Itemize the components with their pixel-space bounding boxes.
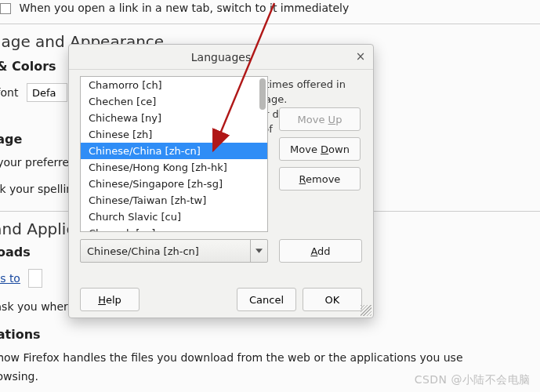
scrollbar-thumb[interactable] <box>259 78 266 110</box>
default-font-label: Default font <box>0 86 18 99</box>
list-item[interactable]: Chinese/China [zh-cn] <box>81 143 267 159</box>
language-listbox[interactable]: Chamorro [ch]Chechen [ce]Chichewa [ny]Ch… <box>80 76 268 232</box>
save-files-path-input[interactable] <box>28 269 42 288</box>
cancel-button[interactable]: Cancel <box>237 288 296 311</box>
dialog-title: Languages <box>191 51 251 64</box>
watermark-text: CSDN @小陆不会电脑 <box>415 373 531 387</box>
language-add-combo[interactable]: Chinese/China [zh-cn] <box>80 239 268 263</box>
move-down-button[interactable]: Move Down <box>279 137 361 161</box>
list-item[interactable]: Chuvash [cv] <box>81 225 267 232</box>
list-item[interactable]: Church Slavic [cu] <box>81 209 267 225</box>
save-files-to-link[interactable]: Save files to <box>0 272 20 285</box>
ok-button[interactable]: OK <box>303 288 362 311</box>
help-button[interactable]: Help <box>80 288 140 311</box>
list-item[interactable]: Chinese/Taiwan [zh-tw] <box>81 192 267 209</box>
checkbox-switch-tab[interactable] <box>0 3 11 14</box>
list-item[interactable]: Chinese/Hong Kong [zh-hk] <box>81 159 267 176</box>
close-icon[interactable]: × <box>353 49 368 65</box>
dialog-titlebar: Languages × <box>69 45 373 70</box>
combo-value: Chinese/China [zh-cn] <box>87 245 199 257</box>
list-item[interactable]: Chechen [ce] <box>81 93 267 110</box>
list-item[interactable]: Chichewa [ny] <box>81 110 267 126</box>
list-item[interactable]: Chinese [zh] <box>81 126 267 143</box>
list-item[interactable]: Chinese/Singapore [zh-sg] <box>81 176 267 192</box>
resize-grip-icon[interactable] <box>361 305 371 316</box>
open-link-label: When you open a link in a new tab, switc… <box>19 2 349 14</box>
languages-dialog: Languages × Web pages are sometimes offe… <box>68 44 374 318</box>
default-font-select[interactable] <box>27 83 67 102</box>
applications-heading: Applications <box>0 327 540 342</box>
apps-desc-1: Choose how Firefox handles the files you… <box>0 348 540 367</box>
move-up-button[interactable]: Move Up <box>279 107 361 131</box>
list-item[interactable]: Chamorro [ch] <box>81 77 267 93</box>
remove-button[interactable]: Remove <box>279 167 361 191</box>
chevron-down-icon <box>250 240 267 262</box>
add-button[interactable]: Add <box>279 239 362 263</box>
